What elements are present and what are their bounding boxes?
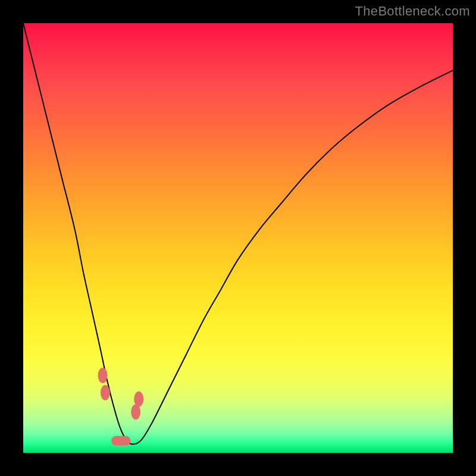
chart-plot-area (23, 23, 453, 453)
bottleneck-curve (23, 23, 453, 453)
chart-frame: TheBottleneck.com (0, 0, 476, 476)
highlight-dot (134, 392, 143, 407)
highlight-dot (101, 385, 110, 400)
watermark-text: TheBottleneck.com (355, 4, 470, 19)
highlight-markers (98, 368, 144, 446)
curve-path (23, 23, 453, 444)
highlight-dot (98, 368, 108, 383)
highlight-bar (111, 436, 130, 446)
